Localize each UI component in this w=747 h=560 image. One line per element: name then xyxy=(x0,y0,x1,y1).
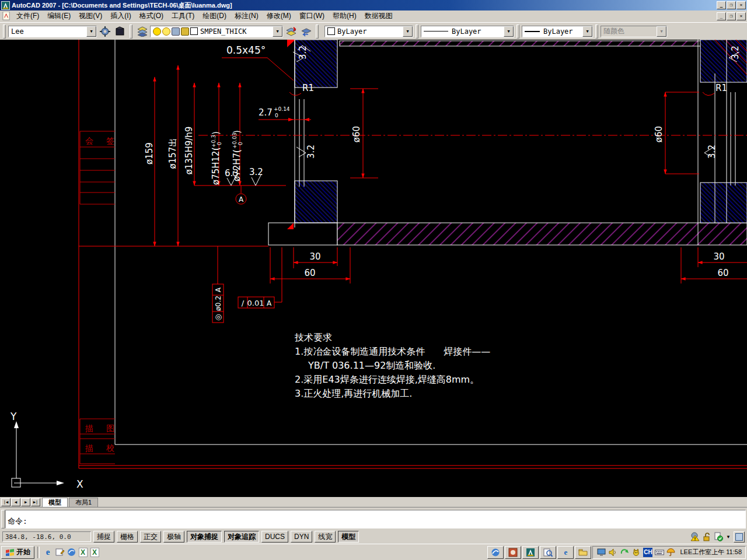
menu-tools[interactable]: 工具(T) xyxy=(167,10,198,22)
menu-file[interactable]: 文件(F) xyxy=(12,10,43,22)
toggle-osnap[interactable]: 对象捕捉 xyxy=(187,531,222,542)
signature-block[interactable]: 会 签 xyxy=(80,131,120,204)
tab-prev-button[interactable]: ◀ xyxy=(11,498,20,506)
command-window[interactable]: 命令: xyxy=(0,507,747,530)
command-window-grip[interactable] xyxy=(1,510,5,528)
layer-on-bulb-icon[interactable] xyxy=(153,27,161,36)
fcf-vertical[interactable]: A ø0.2 ◎ xyxy=(212,246,224,323)
menu-insert[interactable]: 插入(I) xyxy=(106,10,135,22)
taskbar-window-ie-button[interactable]: e xyxy=(557,546,574,559)
linetype-combo[interactable]: ByLayer ▼ xyxy=(421,26,514,37)
roughness-63[interactable]: 6.3 xyxy=(225,168,239,186)
toolbar-grip[interactable] xyxy=(595,24,598,38)
layer-lock-icon[interactable] xyxy=(181,27,189,36)
toggle-snap[interactable]: 捕捉 xyxy=(93,531,114,542)
roughness-32-top-right[interactable]: 3.2 xyxy=(729,46,741,62)
layer-previous-button[interactable] xyxy=(299,24,313,38)
menu-dataview[interactable]: 数据视图 xyxy=(361,10,397,22)
combo-arrow-icon[interactable]: ▼ xyxy=(504,26,514,37)
tab-first-button[interactable]: |◀ xyxy=(1,498,11,506)
layer-color-swatch[interactable] xyxy=(190,27,198,35)
dia75-dim-text[interactable]: ø75H12( +0.3 0 ) xyxy=(211,131,222,185)
toggle-grid[interactable]: 栅格 xyxy=(117,531,138,542)
close-button[interactable]: ✕ xyxy=(736,1,746,9)
combo-arrow-icon[interactable]: ▼ xyxy=(86,26,96,37)
tray-umbrella-icon[interactable] xyxy=(666,547,676,557)
toggle-otrack[interactable]: 对象追踪 xyxy=(224,531,259,542)
toggle-model-paper[interactable]: 模型 xyxy=(338,531,359,542)
toggle-dyn[interactable]: DYN xyxy=(291,531,312,542)
quicklaunch-excel-doc2-icon[interactable]: X xyxy=(89,547,100,558)
tube-far-wall-hatch[interactable] xyxy=(340,41,747,46)
clean-screen-button[interactable] xyxy=(734,531,745,542)
model-space-canvas[interactable]: 会 签 描 图 描 校 0.5x45° xyxy=(0,40,747,497)
workspace-combo[interactable]: Lee ▼ xyxy=(8,26,97,37)
command-prompt[interactable]: 命令: xyxy=(8,516,27,527)
taskbar-clock[interactable]: LEE工作室上午 11:58 xyxy=(678,548,742,556)
document-icon[interactable] xyxy=(2,12,11,20)
my-workspace-button[interactable] xyxy=(113,24,127,38)
combo-arrow-icon[interactable]: ▼ xyxy=(273,26,282,37)
datum-a[interactable]: A xyxy=(236,186,246,204)
dia135-dim-text[interactable]: ø135H9/h9 xyxy=(184,127,194,175)
hub-lower-hatch-left[interactable] xyxy=(295,181,337,223)
roughness-32-bore-right[interactable]: 3.2 xyxy=(704,145,717,159)
weld-mark-band-left[interactable] xyxy=(287,223,294,229)
dia159-dim-text[interactable]: ø159 xyxy=(144,142,155,164)
taskbar-window-folder-button[interactable] xyxy=(575,546,591,559)
menu-help[interactable]: 帮助(H) xyxy=(329,10,361,22)
plate-band-hatch[interactable] xyxy=(337,223,747,245)
layers-manager-button[interactable] xyxy=(135,24,149,38)
hub-foot-left[interactable] xyxy=(268,223,337,245)
hub-lower-hatch-right[interactable] xyxy=(700,183,747,223)
dia60-left-dim[interactable]: ø60 xyxy=(350,89,378,178)
toggle-ortho[interactable]: 正交 xyxy=(140,531,161,542)
communication-center-icon[interactable] xyxy=(690,532,700,542)
tray-pet-icon[interactable] xyxy=(631,547,641,557)
toolbar-grip[interactable] xyxy=(416,24,418,38)
menu-dimension[interactable]: 标注(N) xyxy=(231,10,263,22)
tab-last-button[interactable]: ▶| xyxy=(31,498,40,506)
taskbar-window-msn-button[interactable] xyxy=(487,546,504,559)
part-geometry[interactable] xyxy=(198,40,747,245)
quicklaunch-outlook-icon[interactable] xyxy=(66,547,76,558)
combo-arrow-icon[interactable]: ▼ xyxy=(403,26,413,37)
dia60-right-dim[interactable]: ø60 xyxy=(654,92,699,174)
dia157-dim-text[interactable]: ø157出 xyxy=(167,138,178,169)
layer-combo[interactable]: SMPEN_THICK ▼ xyxy=(150,26,283,37)
layer-freeze-sun-icon[interactable] xyxy=(162,27,170,36)
tab-next-button[interactable]: ▶ xyxy=(21,498,30,506)
dimensions[interactable]: 0.5x45° ø159 ø157出 ø135H9/h9 ø75H12( +0.… xyxy=(79,44,747,323)
weld-mark-top-left[interactable] xyxy=(287,40,295,47)
quicklaunch-show-desktop-icon[interactable] xyxy=(54,547,65,558)
menu-draw[interactable]: 绘图(D) xyxy=(198,10,231,22)
roughness-32[interactable]: 3.2 xyxy=(249,167,263,186)
lineweight-combo[interactable]: ByLayer ▼ xyxy=(522,26,593,37)
tab-layout1[interactable]: 布局1 xyxy=(69,498,98,507)
workspace-settings-button[interactable] xyxy=(97,24,112,38)
fcf-horizontal[interactable]: / 0.01 A xyxy=(238,247,282,308)
make-object-layer-current-button[interactable] xyxy=(284,24,298,38)
status-tray-menu-arrow[interactable]: ▼ xyxy=(726,534,731,540)
chamfer-dim-text[interactable]: 0.5x45° xyxy=(226,44,266,56)
quicklaunch-ie-icon[interactable]: e xyxy=(43,547,53,558)
taskbar-window-media-button[interactable] xyxy=(505,546,521,559)
toolbar-grip[interactable] xyxy=(130,24,132,38)
menu-modify[interactable]: 修改(M) xyxy=(263,10,295,22)
sheet-frame[interactable] xyxy=(79,40,747,468)
toggle-ducs[interactable]: DUCS xyxy=(261,531,288,542)
tray-display-icon[interactable] xyxy=(596,547,606,557)
quicklaunch-excel-doc-icon[interactable]: X xyxy=(78,547,88,558)
technical-requirements[interactable]: 技术要求 1.按冶金设备制造通用技术条件 焊接件—— YB/T 036.11—9… xyxy=(294,332,490,399)
menu-view[interactable]: 视图(V) xyxy=(75,10,106,22)
tab-model[interactable]: 模型 xyxy=(42,498,68,507)
menu-window[interactable]: 窗口(W) xyxy=(295,10,329,22)
layer-vp-icon[interactable] xyxy=(172,27,180,36)
doc-minimize-button[interactable]: _ xyxy=(717,12,726,20)
menu-edit[interactable]: 编辑(E) xyxy=(43,10,75,22)
toggle-polar[interactable]: 极轴 xyxy=(163,531,184,542)
toolbar-grip[interactable] xyxy=(316,24,319,38)
command-input-area[interactable]: 命令: xyxy=(5,510,746,528)
toggle-lineweight[interactable]: 线宽 xyxy=(315,531,336,542)
taskbar-window-autocad-button[interactable] xyxy=(522,546,539,559)
